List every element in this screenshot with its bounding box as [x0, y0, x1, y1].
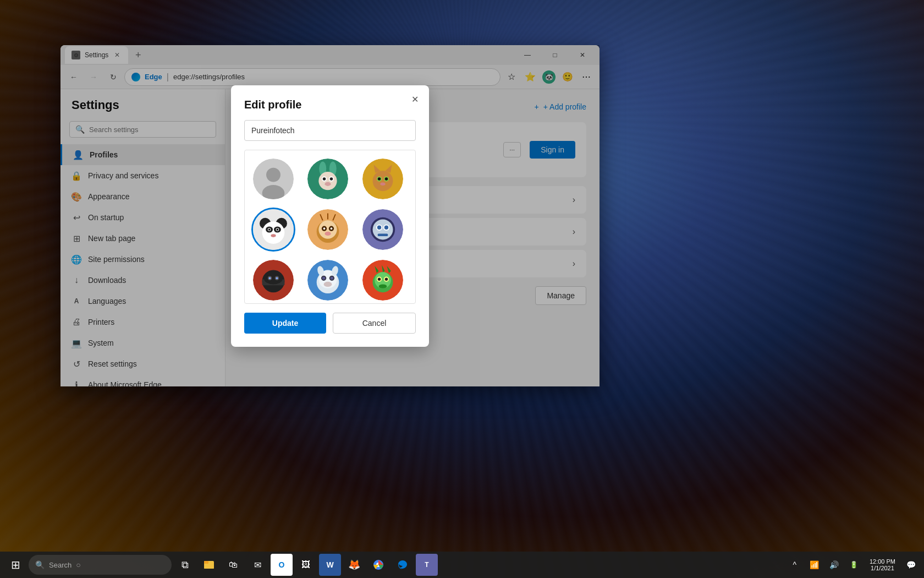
- system-clock[interactable]: 12:00 PM 1/1/2021: [865, 558, 900, 571]
- avatar-hedgehog[interactable]: [306, 208, 350, 252]
- svg-point-19: [384, 177, 388, 181]
- outlook-icon[interactable]: O: [271, 554, 293, 576]
- svg-point-48: [377, 225, 381, 229]
- tray-network[interactable]: 📶: [806, 556, 823, 574]
- taskbar-search-icon: 🔍: [35, 560, 45, 569]
- avatar-default[interactable]: [251, 157, 295, 201]
- svg-point-37: [323, 227, 326, 230]
- svg-point-9: [323, 177, 326, 181]
- tray-battery[interactable]: 🔋: [845, 556, 863, 574]
- file-explorer-icon[interactable]: [198, 554, 220, 576]
- photos-icon[interactable]: 🖼: [295, 554, 317, 576]
- notification-icon[interactable]: 💬: [902, 556, 920, 574]
- store-icon[interactable]: 🛍: [222, 554, 244, 576]
- svg-point-11: [325, 182, 331, 186]
- svg-point-57: [269, 277, 271, 279]
- svg-point-24: [262, 221, 285, 244]
- svg-point-38: [331, 227, 333, 230]
- edge-taskbar-icon[interactable]: [392, 554, 414, 576]
- taskbar: ⊞ 🔍 Search ○ ⧉ 🛍 ✉ O 🖼 W 🦊 T ^ 📶 🔊 🔋 12:…: [0, 552, 924, 578]
- browser-window: ⚙ Settings ✕ + — □ ✕ ← → ↻ Edge | edge:/…: [61, 45, 600, 386]
- firefox-icon[interactable]: 🦊: [343, 554, 365, 576]
- avatar-panda[interactable]: [251, 208, 295, 252]
- dialog-overlay: ✕ Edit profile: [61, 45, 600, 386]
- svg-point-31: [271, 234, 276, 237]
- avatar-robot[interactable]: [361, 208, 405, 252]
- avatar-scroll-area[interactable]: [244, 150, 416, 304]
- system-tray: ^ 📶 🔊 🔋: [786, 556, 863, 574]
- dialog-close-button[interactable]: ✕: [407, 92, 422, 107]
- tray-volume[interactable]: 🔊: [826, 556, 843, 574]
- svg-point-45: [372, 219, 393, 239]
- svg-point-15: [372, 171, 393, 191]
- svg-rect-108: [204, 561, 208, 564]
- cortana-icon: ○: [76, 560, 80, 569]
- cancel-button[interactable]: Cancel: [333, 313, 416, 334]
- svg-point-74: [377, 277, 381, 281]
- svg-rect-50: [377, 233, 388, 236]
- profile-name-input[interactable]: [244, 120, 416, 141]
- task-view-icon[interactable]: ⧉: [174, 554, 196, 576]
- svg-point-66: [324, 281, 332, 286]
- word-icon[interactable]: W: [319, 554, 341, 576]
- svg-point-39: [325, 231, 331, 235]
- svg-point-6: [319, 172, 337, 190]
- avatar-cat[interactable]: [361, 157, 405, 201]
- svg-point-75: [384, 277, 388, 281]
- svg-rect-107: [204, 563, 214, 569]
- avatar-ninja[interactable]: [251, 258, 295, 302]
- taskbar-search[interactable]: 🔍 Search ○: [29, 555, 172, 575]
- svg-point-64: [322, 276, 326, 280]
- update-button[interactable]: Update: [244, 313, 326, 334]
- svg-point-1: [266, 167, 280, 182]
- tray-chevron[interactable]: ^: [786, 556, 804, 574]
- avatar-yeti[interactable]: [306, 258, 350, 302]
- svg-point-18: [377, 177, 381, 181]
- teams-icon[interactable]: T: [416, 554, 438, 576]
- svg-point-29: [268, 228, 271, 231]
- svg-point-20: [380, 182, 385, 186]
- svg-point-34: [319, 220, 337, 238]
- chrome-icon[interactable]: [367, 554, 389, 576]
- dialog-footer: Update Cancel: [244, 313, 416, 334]
- svg-point-65: [331, 276, 334, 280]
- dialog-title: Edit profile: [244, 99, 416, 111]
- svg-point-58: [276, 277, 278, 279]
- start-button[interactable]: ⊞: [4, 554, 26, 576]
- edit-profile-dialog: ✕ Edit profile: [231, 85, 429, 347]
- avatar-grid: [251, 157, 409, 304]
- svg-point-79: [378, 284, 387, 288]
- svg-point-10: [330, 177, 333, 181]
- svg-point-30: [277, 228, 279, 231]
- clock-date: 1/1/2021: [871, 565, 894, 571]
- taskbar-search-text: Search: [49, 561, 72, 569]
- avatar-rabbit[interactable]: [306, 157, 350, 201]
- svg-point-54: [264, 274, 282, 284]
- mail-icon[interactable]: ✉: [246, 554, 268, 576]
- avatar-dino[interactable]: [361, 258, 405, 302]
- svg-point-49: [384, 225, 388, 229]
- clock-time: 12:00 PM: [870, 558, 895, 565]
